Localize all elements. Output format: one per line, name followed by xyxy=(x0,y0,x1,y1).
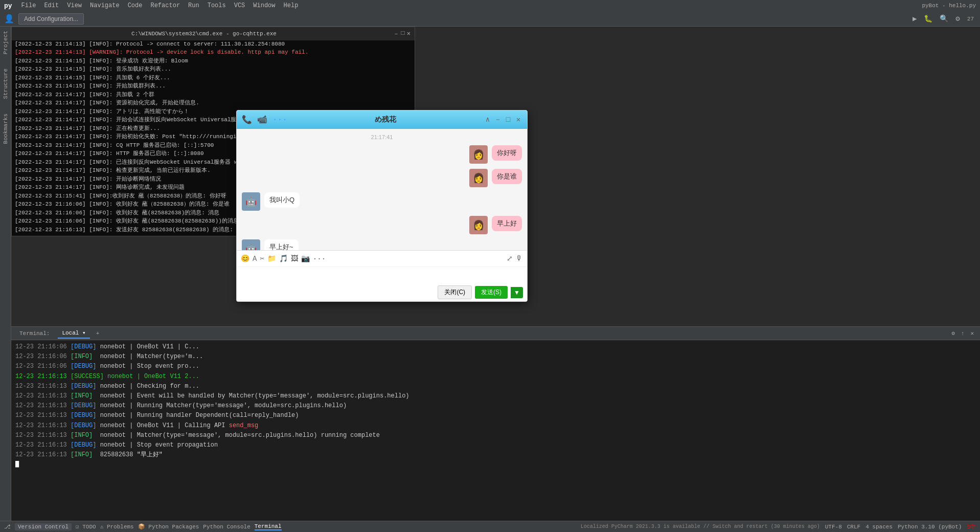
more-input-icon[interactable]: ··· xyxy=(313,255,326,263)
font-icon[interactable]: A xyxy=(253,255,257,263)
terminal-tab-label: Terminal: xyxy=(15,329,54,338)
status-problems[interactable]: ⚠ Problems xyxy=(100,523,134,530)
add-configuration-button[interactable]: Add Configuration... xyxy=(18,13,84,25)
status-python-version[interactable]: Python 3.10 (pyBot) xyxy=(898,524,962,530)
chat-voice-icon[interactable]: 📞 xyxy=(242,115,252,125)
message-bubble: 早上好 xyxy=(492,216,522,231)
terminal-panel: Terminal: Local ▾ + ⚙ ↑ ✕ 12-23 21:16:06… xyxy=(11,326,980,521)
avatar: 👩 xyxy=(469,169,488,187)
terminal-add-tab[interactable]: + xyxy=(94,329,102,338)
chat-input-toolbar: 😊 A ✂ 📁 🎵 🖼 📷 ··· ⤢ 🎙 xyxy=(237,251,527,267)
cmd-line: [2022-12-23 21:14:15] [INFO]: 登录成功 欢迎使用:… xyxy=(15,57,412,65)
status-packages[interactable]: 📦 Python Packages xyxy=(138,523,199,530)
status-notification: Localized PyCharm 2021.3.3 is available … xyxy=(581,524,820,529)
app-logo: py xyxy=(4,2,12,10)
screenshot-icon[interactable]: 📷 xyxy=(301,254,310,263)
search-icon[interactable]: 🔍 xyxy=(938,13,950,24)
cmd-window-title: C:\WINDOWS\system32\cmd.exe - go-cqhttp.… xyxy=(21,31,387,37)
menu-code[interactable]: Code xyxy=(125,1,146,10)
status-encoding[interactable]: UTF-8 xyxy=(825,524,842,530)
cmd-win-btn-min[interactable]: － xyxy=(393,30,399,38)
status-bar-left: ⎇ Version Control ☑ TODO ⚠ Problems 📦 Py… xyxy=(4,523,282,530)
status-git-icon: ⎇ xyxy=(4,523,11,530)
terminal-line: 12-23 21:16:13 [DEBUG] nonebot | OneBot … xyxy=(15,421,976,431)
run-icon[interactable]: ▶ xyxy=(910,13,919,24)
status-indent[interactable]: 4 spaces xyxy=(865,524,893,530)
terminal-cursor-line: █ xyxy=(15,460,976,470)
avatar: 👩 xyxy=(469,145,488,164)
cmd-win-btn-max[interactable]: □ xyxy=(401,30,405,38)
chat-window-title: め残花 xyxy=(287,115,484,124)
project-icon[interactable]: Project xyxy=(3,31,9,54)
menu-edit[interactable]: Edit xyxy=(41,1,62,10)
terminal-line: 12-23 21:16:06 [INFO] nonebot | Matcher(… xyxy=(15,352,976,362)
bookmarks-icon[interactable]: Bookmarks xyxy=(3,114,9,144)
image-icon[interactable]: 🖼 xyxy=(291,255,298,263)
menu-tools[interactable]: Tools xyxy=(204,1,229,10)
chat-time-label: 21:17:41 xyxy=(242,134,522,140)
cmd-line: [2022-12-23 21:14:17] [INFO]: 资源初始化完成, 开… xyxy=(15,99,412,107)
debug-icon[interactable]: 🐛 xyxy=(922,13,935,24)
chat-more-icon[interactable]: ··· xyxy=(272,115,287,124)
chat-close-button[interactable]: 关闭(C) xyxy=(438,285,472,299)
chat-close-icon[interactable]: ✕ xyxy=(515,116,522,123)
menu-view[interactable]: View xyxy=(64,1,85,10)
terminal-tabs-bar: Terminal: Local ▾ + ⚙ ↑ ✕ xyxy=(11,327,980,340)
menu-bar-right: pyBot - hello.py xyxy=(922,3,976,9)
menu-navigate[interactable]: Navigate xyxy=(87,1,123,10)
scissors-icon[interactable]: ✂ xyxy=(260,254,264,263)
terminal-line: 12-23 21:16:06 [DEBUG] nonebot | Stop ev… xyxy=(15,362,976,371)
status-bar: ⎇ Version Control ☑ TODO ⚠ Problems 📦 Py… xyxy=(0,521,980,532)
toolbar-right: ▶ 🐛 🔍 ⚙ 27 xyxy=(910,13,976,24)
structure-icon[interactable]: Structure xyxy=(3,69,9,99)
terminal-tab-local[interactable]: Local ▾ xyxy=(58,328,89,339)
line-number: 27 xyxy=(965,15,976,23)
chat-minimize-icon[interactable]: － xyxy=(494,116,502,123)
avatar: 👩 xyxy=(469,216,488,234)
left-sidebar: Project Structure Bookmarks xyxy=(0,27,11,521)
chat-message-row: 🤖早上好~ xyxy=(242,239,522,250)
chat-button-row: 关闭(C) 发送(S) ▼ xyxy=(237,283,527,301)
user-icon: 👤 xyxy=(4,14,14,24)
menu-refactor[interactable]: Refactor xyxy=(147,1,183,10)
menu-run[interactable]: Run xyxy=(185,1,202,10)
voice-input-icon[interactable]: 🎙 xyxy=(516,255,523,263)
status-python-console[interactable]: Python Console xyxy=(203,524,250,530)
music-icon[interactable]: 🎵 xyxy=(279,254,288,263)
terminal-line: 12-23 21:16:06 [DEBUG] nonebot | OneBot … xyxy=(15,342,976,352)
status-bar-right: Localized PyCharm 2021.3.3 is available … xyxy=(581,523,976,530)
menu-vcs[interactable]: VCS xyxy=(231,1,248,10)
chat-message-row: 你是谁👩 xyxy=(242,169,522,187)
chat-message-row: 你好呀👩 xyxy=(242,145,522,164)
chat-input-field[interactable] xyxy=(237,267,527,283)
menu-file[interactable]: File xyxy=(18,1,39,10)
status-line-sep[interactable]: CRLF xyxy=(847,524,860,530)
folder-icon[interactable]: 📁 xyxy=(267,254,276,263)
chat-send-button[interactable]: 发送(S) xyxy=(475,286,508,299)
terminal-close-icon[interactable]: ✕ xyxy=(968,329,976,338)
settings-icon[interactable]: ⚙ xyxy=(953,13,962,24)
cmd-line: [2022-12-23 21:14:17] [INFO]: 共加载 2 个群 xyxy=(15,91,412,99)
version-control-button[interactable]: Version Control xyxy=(15,523,72,530)
cmd-line: [2022-12-23 21:14:13] [WARNING]: Protoco… xyxy=(15,48,412,57)
message-bubble: 我叫小Q xyxy=(264,192,300,208)
chat-collapse-icon[interactable]: ∧ xyxy=(484,116,491,123)
chat-send-dropdown[interactable]: ▼ xyxy=(511,287,523,298)
menu-window[interactable]: Window xyxy=(250,1,278,10)
chat-video-icon[interactable]: 📹 xyxy=(257,115,267,125)
cmd-win-btn-close[interactable]: ✕ xyxy=(407,30,411,38)
terminal-line: 12-23 21:16:13 [INFO] nonebot | Matcher(… xyxy=(15,431,976,440)
terminal-maximize-icon[interactable]: ↑ xyxy=(959,329,967,338)
message-bubble: 你好呀 xyxy=(492,145,522,161)
terminal-extra-line: 12-23 21:16:13 [INFO] 825882638 "早上好" xyxy=(15,450,976,460)
expand-icon[interactable]: ⤢ xyxy=(507,254,513,263)
chat-window: 📞 📹 ··· め残花 ∧ － □ ✕ 21:17:41 你好呀👩你是谁👩🤖我叫… xyxy=(236,110,528,302)
terminal-line: 12-23 21:16:13 [DEBUG] nonebot | Stop ev… xyxy=(15,440,976,450)
cmd-line: [2022-12-23 21:14:15] [INFO]: 音乐加载好友列表..… xyxy=(15,65,412,74)
status-terminal[interactable]: Terminal xyxy=(255,523,282,530)
emoji-icon[interactable]: 😊 xyxy=(241,254,249,263)
status-todo[interactable]: ☑ TODO xyxy=(76,523,96,530)
menu-help[interactable]: Help xyxy=(281,1,302,10)
chat-maximize-icon[interactable]: □ xyxy=(505,116,512,123)
terminal-settings-icon[interactable]: ⚙ xyxy=(949,329,957,338)
